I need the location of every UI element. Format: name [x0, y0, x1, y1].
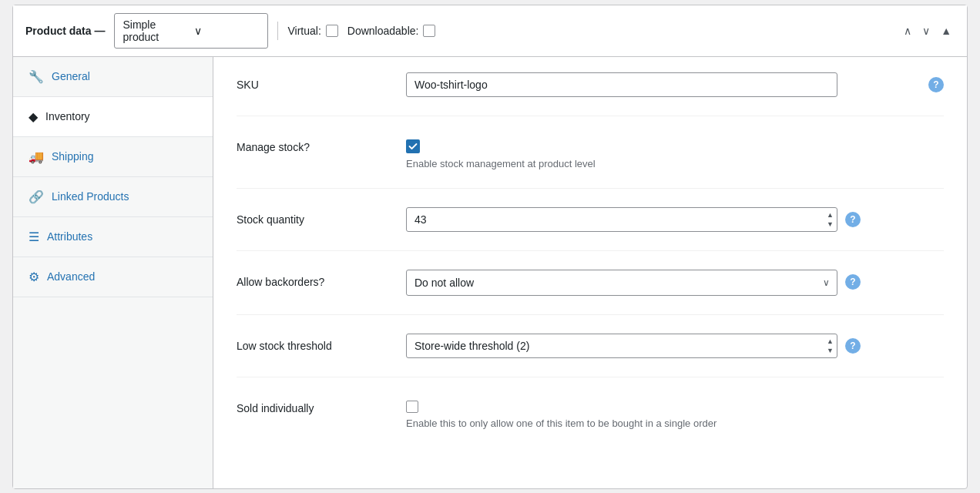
sku-label: SKU: [237, 72, 406, 91]
sold-individually-inner: Enable this to only allow one of this it…: [406, 396, 944, 429]
checkmark-icon: [408, 142, 418, 151]
sold-individually-checkbox[interactable]: [406, 401, 418, 413]
stock-quantity-field: ▲ ▼ ?: [406, 207, 944, 232]
sidebar-item-inventory[interactable]: ◆ Inventory: [13, 97, 213, 137]
downloadable-group: Downloadable:: [347, 25, 436, 37]
wrench-icon: 🔧: [29, 69, 44, 84]
stock-quantity-input[interactable]: [406, 207, 837, 232]
backorders-row: Allow backorders? Do not allow Allow, bu…: [237, 270, 944, 315]
low-stock-input-wrapper: ▲ ▼: [406, 334, 837, 358]
low-stock-help-icon[interactable]: ?: [845, 338, 861, 354]
manage-stock-checkbox[interactable]: [406, 139, 420, 153]
manage-stock-checkbox-wrapper: [406, 135, 944, 153]
backorders-label: Allow backorders?: [237, 270, 406, 288]
sold-individually-row: Sold individually Enable this to only al…: [237, 396, 944, 448]
stock-quantity-row: Stock quantity ▲ ▼ ?: [237, 207, 944, 251]
diamond-icon: ◆: [29, 109, 38, 124]
inventory-main-content: SKU ? Manage stock?: [213, 57, 967, 488]
low-stock-field: ▲ ▼ ?: [406, 334, 944, 358]
downloadable-label: Downloadable:: [347, 25, 419, 37]
low-stock-decrement[interactable]: ▼: [824, 346, 836, 354]
sku-input-wrapper: [406, 72, 921, 97]
virtual-checkbox[interactable]: [326, 25, 338, 37]
collapse-down-button[interactable]: ∨: [919, 23, 933, 39]
sidebar-label-general: General: [52, 70, 90, 82]
product-data-header: Product data — Simple product ∨ Virtual:…: [13, 5, 967, 57]
stock-quantity-spinners: ▲ ▼: [824, 210, 836, 228]
list-icon: ☰: [29, 230, 39, 244]
low-stock-label: Low stock threshold: [237, 334, 406, 352]
sidebar-label-inventory: Inventory: [45, 110, 90, 122]
expand-button[interactable]: ▲: [938, 23, 955, 39]
low-stock-input[interactable]: [406, 334, 837, 358]
sidebar-item-advanced[interactable]: ⚙ Advanced: [13, 257, 213, 297]
sku-field: ?: [406, 72, 944, 97]
stock-quantity-label: Stock quantity: [237, 207, 406, 226]
collapse-up-button[interactable]: ∧: [901, 23, 915, 39]
sold-individually-description: Enable this to only allow one of this it…: [406, 418, 944, 429]
sold-individually-field: Enable this to only allow one of this it…: [406, 396, 944, 429]
header-divider: [277, 22, 278, 40]
stock-quantity-help-icon[interactable]: ?: [845, 212, 861, 227]
sidebar-item-linked-products[interactable]: 🔗 Linked Products: [13, 177, 213, 217]
sidebar-item-attributes[interactable]: ☰ Attributes: [13, 217, 213, 257]
sku-input[interactable]: [406, 72, 837, 97]
link-icon: 🔗: [29, 189, 44, 204]
manage-stock-row: Manage stock? Enable stock management at…: [237, 135, 944, 189]
low-stock-spinners: ▲ ▼: [824, 337, 836, 354]
product-type-chevron-icon: ∨: [194, 25, 260, 37]
truck-icon: 🚚: [29, 149, 44, 164]
low-stock-increment[interactable]: ▲: [824, 337, 836, 345]
sidebar-item-shipping[interactable]: 🚚 Shipping: [13, 137, 213, 177]
sku-row: SKU ?: [237, 72, 944, 116]
downloadable-checkbox[interactable]: [423, 25, 435, 37]
sidebar-label-shipping: Shipping: [52, 150, 94, 163]
sold-individually-checkbox-wrapper: [406, 396, 944, 413]
sidebar-label-attributes: Attributes: [47, 230, 92, 243]
gear-icon: ⚙: [29, 270, 39, 284]
stock-quantity-decrement[interactable]: ▼: [824, 220, 836, 228]
sidebar-item-general[interactable]: 🔧 General: [13, 57, 213, 97]
virtual-group: Virtual:: [287, 25, 337, 37]
virtual-label: Virtual:: [287, 25, 321, 37]
backorders-field: Do not allow Allow, but notify customer …: [406, 270, 944, 296]
backorders-help-icon[interactable]: ?: [845, 274, 861, 290]
backorders-select[interactable]: Do not allow Allow, but notify customer …: [406, 270, 837, 296]
sidebar: 🔧 General ◆ Inventory 🚚 Shipping 🔗 Linke…: [13, 57, 213, 488]
stock-quantity-increment[interactable]: ▲: [824, 210, 836, 219]
manage-stock-label: Manage stock?: [237, 135, 406, 153]
backorders-select-wrapper: Do not allow Allow, but notify customer …: [406, 270, 837, 296]
product-type-value: Simple product: [123, 18, 188, 43]
product-type-select[interactable]: Simple product ∨: [114, 13, 268, 49]
product-data-body: 🔧 General ◆ Inventory 🚚 Shipping 🔗 Linke…: [13, 57, 967, 488]
product-data-panel: Product data — Simple product ∨ Virtual:…: [12, 5, 968, 489]
low-stock-row: Low stock threshold ▲ ▼ ?: [237, 334, 944, 377]
stock-quantity-input-wrapper: ▲ ▼: [406, 207, 837, 232]
sold-individually-label: Sold individually: [237, 396, 406, 414]
product-data-title: Product data —: [25, 25, 105, 37]
manage-stock-field: Enable stock management at product level: [406, 135, 944, 169]
sidebar-label-advanced: Advanced: [47, 270, 95, 283]
sidebar-label-linked-products: Linked Products: [52, 190, 129, 203]
sku-help-icon[interactable]: ?: [928, 77, 944, 92]
manage-stock-inner: Enable stock management at product level: [406, 135, 944, 169]
header-actions: ∧ ∨ ▲: [901, 23, 955, 39]
manage-stock-description: Enable stock management at product level: [406, 158, 944, 169]
